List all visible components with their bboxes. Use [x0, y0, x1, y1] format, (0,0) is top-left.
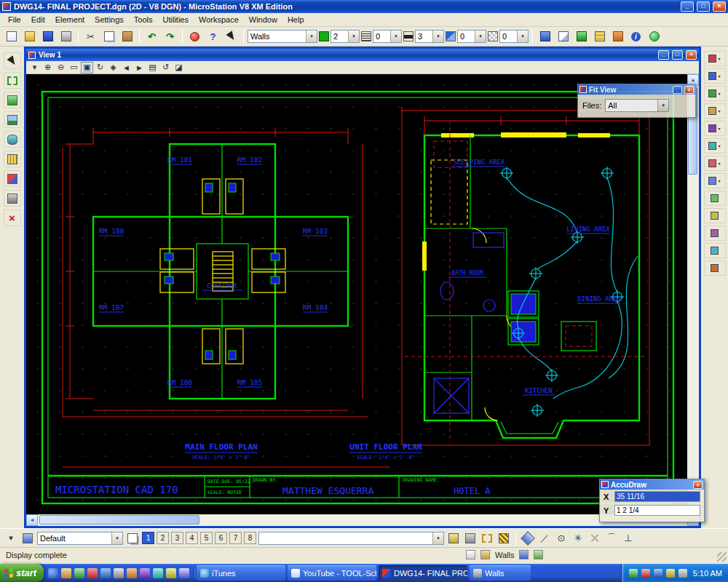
chevron-down-icon[interactable]: ▾ [475, 31, 486, 42]
tray-icon-2[interactable] [641, 569, 650, 578]
locks-button[interactable] [463, 531, 478, 546]
cut-button[interactable]: ✂ [82, 28, 99, 45]
snap-mode-button[interactable] [446, 531, 461, 546]
accudraw-window[interactable]: AccuDraw × X 35 11/16 Y 1 2 1/4 [599, 479, 705, 522]
fit-view-button[interactable]: ▣ [81, 62, 93, 73]
measure-tool[interactable] [4, 151, 21, 167]
fit-view-minimize-button[interactable]: _ [673, 86, 682, 94]
intersect-snap-button[interactable]: ✳ [571, 531, 585, 546]
selection-status-icon[interactable] [519, 550, 529, 559]
element-selection-tool[interactable] [4, 52, 21, 69]
pan-view-button[interactable]: ◈ [107, 62, 119, 73]
minimize-button[interactable]: _ [681, 1, 694, 12]
view-toggle-3[interactable]: 3 [171, 532, 183, 544]
zoom-in-button[interactable]: ⊕ [41, 62, 54, 73]
task-tool-button[interactable] [704, 191, 726, 206]
rotate-view-button[interactable]: ↻ [94, 62, 106, 73]
tray-icon-1[interactable] [629, 569, 638, 578]
view-close-button[interactable]: × [686, 50, 697, 60]
quick-launch-icon-5[interactable] [100, 568, 111, 578]
quick-launch-icon-9[interactable] [153, 568, 163, 578]
accudraw-close-button[interactable]: × [693, 481, 703, 489]
chevron-down-icon[interactable]: ▾ [306, 31, 317, 42]
active-level-status[interactable]: Walls [495, 551, 514, 559]
accudraw-x-input[interactable]: 35 11/16 [614, 491, 700, 502]
quick-launch-icon-8[interactable] [140, 568, 150, 578]
task-tool-button[interactable]: ▾ [704, 156, 726, 171]
delete-element-tool[interactable]: × [4, 210, 21, 226]
menu-utilities[interactable]: Utilities [158, 14, 194, 25]
apply-view-group-button[interactable] [125, 531, 140, 546]
view-toggle-4[interactable]: 4 [186, 532, 198, 544]
view-toggle-1[interactable]: 1 [142, 532, 154, 544]
accudraw-toggle-button[interactable] [521, 531, 535, 546]
print-button[interactable] [58, 28, 74, 45]
menu-edit[interactable]: Edit [26, 14, 50, 25]
copy-view-button[interactable]: ▤ [146, 62, 159, 73]
taskbar-task-itunes[interactable]: iTunes [197, 565, 285, 581]
models-button[interactable] [537, 28, 553, 45]
quick-launch-icon-2[interactable] [61, 568, 71, 578]
task-tool-button[interactable] [704, 260, 726, 276]
key-in-field[interactable]: ▾ [258, 532, 444, 545]
horizontal-scroll-thumb[interactable] [39, 515, 199, 525]
task-tool-button[interactable]: ▾ [704, 51, 726, 66]
active-color-combo[interactable]: 2 ▾ [331, 30, 360, 43]
new-file-button[interactable] [3, 28, 20, 45]
task-tool-button[interactable]: ▾ [704, 121, 726, 136]
menu-tools[interactable]: Tools [129, 14, 158, 25]
element-info-icon[interactable] [534, 550, 543, 559]
undo-button[interactable]: ↶ [143, 28, 160, 45]
drawing-canvas[interactable]: MICROSTATION CAD 170 DATE DUE: 05/22 SCA… [26, 74, 687, 514]
task-tool-button[interactable]: ▾ [704, 138, 726, 154]
task-tool-button[interactable]: ▾ [704, 103, 726, 119]
delete-element-button[interactable] [186, 28, 203, 45]
quick-launch-icon-7[interactable] [127, 568, 137, 578]
zoom-out-button[interactable]: ⊖ [55, 62, 67, 73]
view-titlebar[interactable]: View 1 _ □ × [26, 49, 699, 61]
quick-launch-icon-11[interactable] [179, 568, 189, 578]
manage-view-groups-button[interactable] [20, 531, 35, 546]
change-attributes-tool[interactable] [4, 170, 21, 187]
chevron-down-icon[interactable]: ▾ [432, 533, 443, 544]
close-button[interactable]: × [713, 1, 726, 12]
accudraw-y-input[interactable]: 1 2 1/4 [614, 505, 700, 516]
drop-element-tool[interactable] [4, 190, 21, 207]
update-view-button[interactable]: ↺ [159, 62, 172, 73]
task-tool-button[interactable]: ▾ [704, 86, 726, 101]
menu-window[interactable]: Window [244, 14, 282, 25]
browser-button[interactable] [646, 28, 662, 45]
taskbar-task-youtube[interactable]: YouTube - TOOL-Sch... [288, 565, 376, 581]
task-tool-button[interactable]: ▾ [704, 173, 726, 188]
view-toggle-8[interactable]: 8 [244, 532, 256, 544]
taskbar-task-microstation[interactable]: DWG14- FINAL PROJ... [379, 565, 467, 581]
level-manager-button[interactable] [591, 28, 608, 45]
scroll-left-icon[interactable]: ◄ [26, 514, 38, 526]
view-vertical-scrollbar[interactable]: ▲ ▼ [687, 74, 699, 514]
tray-icon-4[interactable] [666, 569, 675, 578]
view-toggle-6[interactable]: 6 [215, 532, 227, 544]
cell-library-button[interactable] [609, 28, 626, 45]
fit-view-close-button[interactable]: × [684, 86, 694, 94]
start-button[interactable]: start [0, 564, 44, 582]
fence-tool[interactable] [4, 72, 21, 89]
chevron-down-icon[interactable]: ▾ [348, 31, 359, 42]
begin-drawing-button[interactable]: ／ [537, 531, 552, 546]
quick-launch-icon-10[interactable] [166, 568, 176, 578]
view-horizontal-scrollbar[interactable]: ◄ ► [26, 514, 699, 526]
display-style-combo[interactable]: Default ▾ [37, 532, 123, 545]
chevron-down-icon[interactable]: ▾ [657, 100, 668, 111]
about-button[interactable]: i [628, 28, 644, 45]
window-area-button[interactable]: ▭ [68, 62, 80, 73]
view-attributes-button[interactable]: ▾ [28, 62, 41, 73]
copy-button[interactable] [100, 28, 117, 45]
line-style-combo[interactable]: 0 ▾ [373, 30, 402, 43]
task-tool-button[interactable] [704, 226, 726, 241]
line-weight-combo[interactable]: 3 ▾ [415, 30, 444, 43]
clip-volume-button[interactable]: ◪ [173, 62, 185, 73]
chevron-down-icon[interactable]: ▾ [432, 31, 443, 42]
image-tool[interactable] [4, 111, 21, 128]
chevron-down-icon[interactable]: ▾ [517, 31, 528, 42]
taskbar-clock[interactable]: 5:10 AM [691, 569, 722, 578]
perp-snap-button[interactable]: ⊥ [621, 531, 636, 546]
